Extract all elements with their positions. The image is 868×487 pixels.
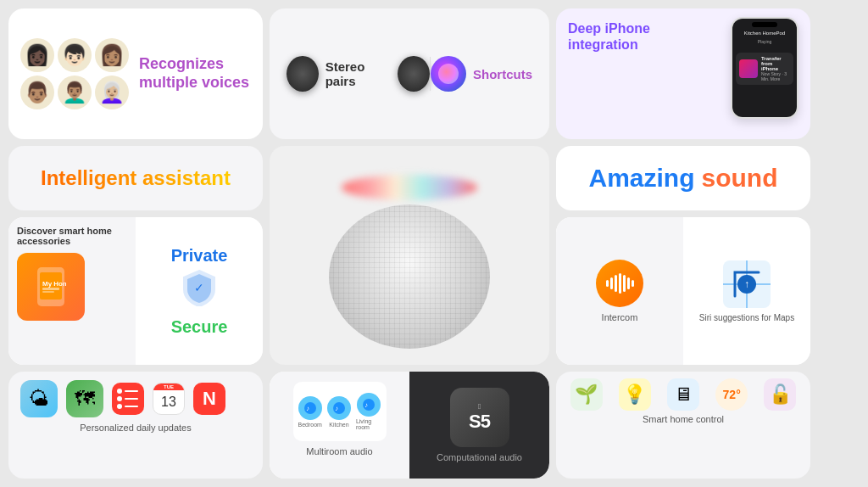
multiroom-card: ♪ Bedroom ♪ Kitchen ♪ Living room [270, 372, 409, 479]
smart-home-icons: 🌱 💡 🖥 72° 🔓 [565, 378, 802, 411]
homepod-mini-icon-1 [287, 56, 319, 92]
room-bedroom: ♪ Bedroom [298, 396, 322, 428]
smart-tv: 🖥 [667, 378, 699, 411]
card-amazing: Amazing sound [556, 146, 810, 210]
iphone-mockup: Kitchen HomePod Playing Transfer from iP… [731, 17, 798, 119]
avatar-3: 👩🏽 [95, 38, 129, 72]
secure-label: Secure [171, 317, 228, 337]
garden-icon: 🌱 [570, 378, 603, 411]
card-voices: 👩🏿 👦🏻 👩🏽 👨🏽 👨🏽‍🦱 👩🏼‍🦳 Recognizes multipl… [8, 8, 263, 139]
homepod-mini-icon-2 [398, 56, 430, 92]
stereo-pairs-feature: Stereo pairs [287, 56, 430, 92]
intercom-label: Intercom [602, 312, 638, 322]
speaker-body [329, 204, 490, 349]
daily-icons: 🌤 🗺 TUE 13 N [20, 380, 251, 417]
multiroom-label: Multiroom audio [306, 446, 372, 456]
private-card: Private ✓ Secure [136, 217, 263, 365]
light-icon: 💡 [619, 378, 651, 411]
maps-icon: 🗺 [66, 380, 103, 417]
reminders-icon [112, 383, 144, 415]
siri-icon [431, 56, 466, 92]
s5-label: S5 [469, 411, 490, 433]
svg-text:My Home: My Home [42, 280, 66, 288]
avatar-6: 👩🏼‍🦳 [95, 76, 129, 109]
card-intelligent: Intelligent assistant [8, 146, 263, 210]
speaker-container [316, 162, 503, 349]
smart-home-label: Smart home control [565, 414, 802, 424]
svg-text:✓: ✓ [194, 281, 204, 294]
intercom-icon [596, 260, 643, 307]
avatar-5: 👨🏽‍🦱 [58, 76, 92, 109]
svg-text:♪: ♪ [335, 405, 338, 412]
card-speaker [270, 146, 549, 365]
home-card-title: Discover smart home accessories [17, 226, 127, 246]
avatar-4: 👨🏽 [20, 76, 54, 109]
card-multiroom-computational: ♪ Bedroom ♪ Kitchen ♪ Living room [270, 372, 549, 479]
iphone-kitchen-label: Kitchen HomePod [736, 29, 793, 37]
room-living: ♪ Living room [356, 393, 381, 430]
lock-icon: 🔓 [764, 378, 796, 411]
svg-text:♪: ♪ [306, 405, 309, 412]
iphone-integration-label: Deep iPhone integration [568, 17, 670, 53]
thermostat-icon: 72° [715, 378, 748, 411]
intercom-card: Intercom [556, 217, 683, 365]
maps-arrow-icon: ↑ [737, 275, 756, 294]
computational-label: Computational audio [437, 452, 522, 462]
s5-chip:  S5 [450, 388, 509, 447]
waveform-icon [606, 273, 634, 294]
tv-icon: 🖥 [667, 378, 699, 411]
home-phone-icon: My Home [17, 253, 85, 321]
voices-label: Recognizes multiple voices [139, 55, 251, 92]
weather-icon: 🌤 [20, 380, 58, 417]
svg-text:♪: ♪ [364, 401, 368, 409]
calendar-icon: TUE 13 [153, 383, 185, 415]
card-intercom-maps: Intercom ↑ Siri suggestions for Maps [556, 217, 810, 365]
cal-day: TUE [153, 383, 184, 390]
private-title: Private [171, 246, 228, 266]
amazing-word2: sound [702, 164, 778, 193]
cal-date: 13 [153, 390, 184, 414]
smart-lock: 🔓 [764, 378, 796, 411]
card-smart-home: 🌱 💡 🖥 72° 🔓 [556, 372, 810, 479]
stereo-pairs-label: Stereo pairs [326, 59, 392, 88]
daily-label: Personalized daily updates [20, 423, 251, 433]
smart-garden: 🌱 [570, 378, 603, 411]
svg-rect-4 [42, 291, 54, 293]
card-top-features: Stereo pairs Shortcuts [270, 8, 549, 139]
card-iphone: Deep iPhone integration Kitchen HomePod … [556, 8, 810, 139]
smart-thermostat: 72° [715, 378, 748, 411]
multiroom-visual: ♪ Bedroom ♪ Kitchen ♪ Living room [293, 382, 387, 441]
shortcuts-feature: Shortcuts [431, 56, 532, 92]
home-card: Discover smart home accessories My Home [8, 217, 136, 365]
shortcuts-label: Shortcuts [473, 67, 532, 81]
amazing-word1: Amazing [588, 164, 694, 193]
svg-rect-3 [42, 288, 59, 290]
intelligent-label: Intelligent assistant [41, 166, 231, 190]
main-grid: 👩🏿 👦🏻 👩🏽 👨🏽 👨🏽‍🦱 👩🏼‍🦳 Recognizes multipl… [0, 0, 868, 487]
avatar-2: 👦🏻 [58, 38, 92, 72]
speaker-glow [342, 175, 477, 200]
maps-card: ↑ Siri suggestions for Maps [683, 217, 810, 365]
card-home-private: Discover smart home accessories My Home … [8, 217, 263, 365]
card-daily: 🌤 🗺 TUE 13 N Personalized daily updates [8, 372, 263, 479]
news-icon: N [193, 383, 225, 415]
maps-grid-visual: ↑ [723, 260, 771, 308]
computational-card:  S5 Computational audio [409, 372, 549, 479]
iphone-notch [752, 22, 777, 27]
room-kitchen: ♪ Kitchen [327, 396, 351, 428]
avatars-grid: 👩🏿 👦🏻 👩🏽 👨🏽 👨🏽‍🦱 👩🏼‍🦳 [20, 38, 129, 109]
iphone-screen: Kitchen HomePod Playing [732, 19, 797, 49]
maps-label: Siri suggestions for Maps [699, 313, 794, 322]
smart-light: 💡 [619, 378, 651, 411]
avatar-1: 👩🏿 [20, 38, 54, 72]
shield-icon: ✓ [182, 269, 216, 314]
